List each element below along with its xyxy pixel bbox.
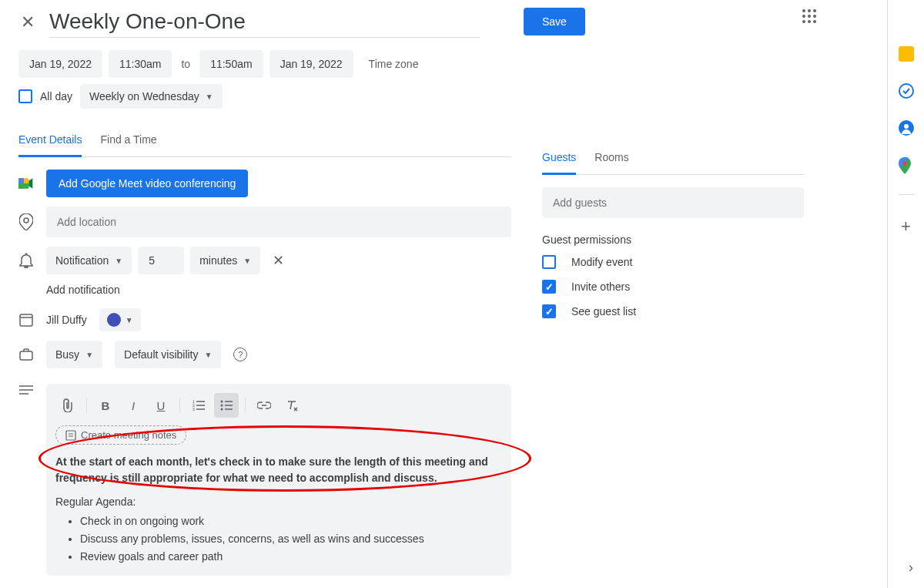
contacts-icon[interactable] — [899, 120, 914, 136]
see-guest-list-checkbox[interactable] — [542, 304, 556, 318]
add-notification-link[interactable]: Add notification — [46, 284, 511, 296]
end-date-picker[interactable]: Jan 19, 2022 — [270, 50, 353, 78]
svg-point-18 — [221, 405, 223, 407]
recurrence-dropdown[interactable]: Weekly on Wednesday▼ — [80, 84, 223, 109]
description-editor[interactable]: B I U 123 — [46, 384, 511, 576]
svg-rect-4 — [20, 314, 32, 326]
calendar-icon — [18, 313, 34, 327]
add-meet-button[interactable]: Add Google Meet video conferencing — [46, 170, 248, 197]
location-input[interactable] — [46, 207, 511, 237]
notification-unit-dropdown[interactable]: minutes▼ — [190, 247, 260, 274]
tab-find-a-time[interactable]: Find a Time — [100, 127, 156, 157]
tasks-icon[interactable] — [899, 83, 914, 99]
visibility-dropdown[interactable]: Default visibility▼ — [115, 341, 221, 368]
meet-icon — [18, 176, 34, 190]
allday-label: All day — [40, 90, 72, 102]
svg-point-25 — [899, 84, 913, 98]
permissions-title: Guest permissions — [542, 234, 804, 246]
svg-rect-6 — [20, 351, 32, 360]
notification-value-input[interactable]: 5 — [138, 247, 184, 274]
svg-text:3: 3 — [192, 407, 195, 411]
close-button[interactable]: ✕ — [18, 12, 37, 32]
maps-icon[interactable] — [899, 157, 914, 173]
remove-notification-button[interactable]: ✕ — [266, 252, 290, 269]
timezone-link[interactable]: Time zone — [369, 58, 419, 70]
svg-point-20 — [221, 408, 223, 411]
bold-button[interactable]: B — [93, 393, 118, 418]
bell-icon — [18, 253, 34, 268]
svg-rect-22 — [66, 431, 75, 440]
google-apps-icon[interactable] — [802, 9, 816, 23]
briefcase-icon — [18, 348, 34, 361]
start-date-picker[interactable]: Jan 19, 2022 — [18, 50, 102, 78]
link-button[interactable] — [252, 393, 276, 418]
invite-others-label: Invite others — [571, 281, 630, 293]
save-button[interactable]: Save — [524, 8, 585, 35]
agenda-list: Check in on ongoing work Discuss any pro… — [80, 513, 502, 565]
description-icon — [18, 385, 34, 396]
calendar-owner: Jill Duffy — [46, 314, 87, 326]
help-icon[interactable]: ? — [233, 348, 247, 361]
event-title-input[interactable] — [49, 6, 480, 38]
add-addon-button[interactable]: + — [901, 217, 911, 237]
bulleted-list-button[interactable] — [214, 393, 239, 418]
tab-guests[interactable]: Guests — [542, 145, 576, 175]
svg-rect-2 — [18, 183, 28, 189]
event-color-dropdown[interactable]: ▼ — [99, 308, 141, 331]
agenda-header: Regular Agenda: — [55, 494, 502, 510]
modify-event-label: Modify event — [571, 256, 632, 268]
italic-button[interactable]: I — [121, 393, 146, 418]
invite-others-checkbox[interactable] — [542, 280, 556, 294]
availability-dropdown[interactable]: Busy▼ — [46, 341, 102, 368]
side-panel: + › — [887, 0, 924, 588]
keep-icon[interactable] — [899, 46, 914, 62]
tab-event-details[interactable]: Event Details — [18, 127, 82, 157]
end-time-picker[interactable]: 11:50am — [199, 50, 263, 78]
to-label: to — [178, 58, 193, 70]
underline-button[interactable]: U — [149, 393, 173, 418]
description-bold-text: At the start of each month, let's check … — [55, 455, 488, 484]
see-guest-list-label: See guest list — [571, 305, 636, 318]
numbered-list-button[interactable]: 123 — [186, 393, 211, 418]
tab-rooms[interactable]: Rooms — [594, 145, 628, 175]
create-meeting-notes-button[interactable]: Create meeting notes — [55, 425, 186, 445]
collapse-panel-button[interactable]: › — [909, 559, 913, 576]
svg-rect-3 — [18, 178, 24, 183]
start-time-picker[interactable]: 11:30am — [109, 50, 172, 78]
modify-event-checkbox[interactable] — [542, 255, 556, 269]
clear-formatting-button[interactable] — [280, 393, 304, 418]
attachment-button[interactable] — [55, 393, 80, 418]
svg-point-27 — [904, 124, 909, 129]
location-icon — [18, 213, 34, 230]
svg-point-16 — [221, 401, 223, 403]
allday-checkbox[interactable] — [18, 89, 32, 103]
notification-type-dropdown[interactable]: Notification▼ — [46, 247, 132, 274]
svg-point-28 — [902, 162, 906, 166]
add-guests-input[interactable] — [542, 187, 804, 218]
